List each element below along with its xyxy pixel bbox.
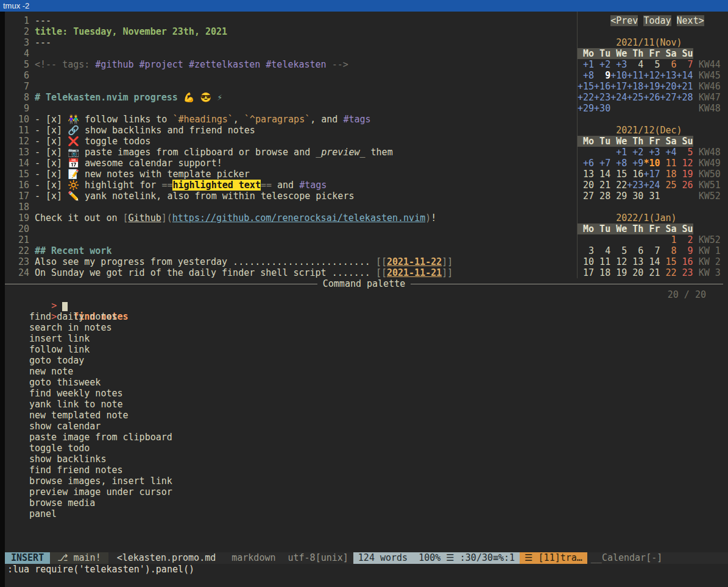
calendar-day[interactable]: 20 xyxy=(627,267,643,278)
calendar-day[interactable]: +8 xyxy=(578,70,594,81)
editor-line[interactable]: 4 xyxy=(7,48,577,59)
calendar-day[interactable]: 6 xyxy=(627,245,643,256)
today-button[interactable]: Today xyxy=(643,15,671,26)
calendar-day[interactable]: +10 xyxy=(610,70,627,81)
calendar-day[interactable]: 5 xyxy=(610,245,627,256)
calendar-day[interactable]: 28 xyxy=(594,191,610,202)
calendar-day[interactable]: 16 xyxy=(627,169,643,180)
editor-line[interactable]: 1--- xyxy=(7,15,577,26)
palette-item[interactable]: browse images, insert link xyxy=(5,476,728,487)
calendar-day[interactable]: 9 xyxy=(677,245,693,256)
calendar-day[interactable]: +2 xyxy=(627,147,643,158)
calendar-day[interactable]: +6 xyxy=(578,158,594,169)
calendar-day[interactable]: +2 xyxy=(594,59,610,70)
calendar-day[interactable]: *10 xyxy=(643,158,660,169)
calendar-day[interactable]: +1 xyxy=(578,59,594,70)
calendar-day[interactable]: +29 xyxy=(578,103,594,114)
palette-item[interactable]: yank link to note xyxy=(5,399,728,410)
editor-line[interactable]: 22## Recent work xyxy=(7,245,577,256)
palette-item[interactable]: toggle todo xyxy=(5,443,728,454)
calendar-day[interactable]: +11 xyxy=(627,70,643,81)
calendar-day[interactable]: +12 xyxy=(643,70,660,81)
palette-item[interactable]: search in notes xyxy=(5,322,728,333)
calendar-day[interactable]: 17 xyxy=(578,267,594,278)
calendar-day[interactable]: 13 xyxy=(627,256,643,267)
calendar-day[interactable]: +17 xyxy=(610,81,627,92)
editor-line[interactable]: 19Check it out on [Github](https://githu… xyxy=(7,213,577,223)
editor-line[interactable]: 23Also see my progress from yesterday ..… xyxy=(7,256,577,267)
palette-item[interactable]: preview image under cursor xyxy=(5,487,728,497)
calendar-day[interactable]: +8 xyxy=(610,158,627,169)
calendar-day[interactable]: 18 xyxy=(660,169,676,180)
palette-item[interactable]: goto today xyxy=(5,355,728,366)
calendar-day[interactable]: +21 xyxy=(677,81,693,92)
palette-selected-item[interactable]: >find notes xyxy=(5,300,728,311)
calendar-day[interactable]: 30 xyxy=(627,191,643,202)
calendar-day[interactable]: 12 xyxy=(610,256,627,267)
editor-line[interactable]: 13- [x] 📷 paste images from clipboard or… xyxy=(7,147,577,158)
palette-item[interactable]: show calendar xyxy=(5,421,728,432)
calendar-day[interactable]: 5 xyxy=(677,147,693,158)
calendar-day[interactable]: 23 xyxy=(677,267,693,278)
palette-item[interactable]: find friend notes xyxy=(5,465,728,476)
calendar-day[interactable]: +23 xyxy=(594,92,610,103)
calendar-day[interactable]: 14 xyxy=(594,169,610,180)
editor-line[interactable]: 17- [x] ✏️ yank notelink, also from with… xyxy=(7,191,577,202)
palette-item[interactable]: new templated note xyxy=(5,410,728,421)
palette-item[interactable]: new note xyxy=(5,366,728,377)
calendar-day[interactable]: 5 xyxy=(643,59,660,70)
calendar-day[interactable]: 4 xyxy=(627,59,643,70)
calendar-day[interactable]: 16 xyxy=(677,256,693,267)
calendar-day[interactable]: 1 xyxy=(660,234,676,245)
editor-line[interactable]: 15- [x] 📝 new notes with template picker xyxy=(7,169,577,180)
calendar-day[interactable]: 19 xyxy=(677,169,693,180)
editor-line[interactable]: 18 xyxy=(7,202,577,213)
calendar-day[interactable]: +9 xyxy=(627,158,643,169)
calendar-day[interactable]: 21 xyxy=(643,267,660,278)
calendar-day[interactable]: 4 xyxy=(594,245,610,256)
calendar-day[interactable]: 19 xyxy=(610,267,627,278)
calendar-day[interactable]: 26 xyxy=(677,180,693,191)
calendar-day[interactable]: +3 xyxy=(643,147,660,158)
command-line[interactable]: :lua require('telekasten').panel() xyxy=(5,564,728,575)
next-button[interactable]: Next> xyxy=(677,15,704,26)
editor-line[interactable]: 24On Sunday we got rid of the daily find… xyxy=(7,267,577,278)
calendar-day[interactable]: 6 xyxy=(660,59,676,70)
editor-line[interactable]: 16- [x] 🔆 highlight for ==highlighted te… xyxy=(7,180,577,191)
editor-line[interactable]: 8# Telekasten.nvim progress 💪 😎 ⚡ xyxy=(7,92,577,103)
calendar-day[interactable]: 21 xyxy=(594,180,610,191)
calendar-day[interactable]: 7 xyxy=(677,59,693,70)
calendar-day[interactable]: +1 xyxy=(610,147,627,158)
editor-line[interactable]: 21 xyxy=(7,234,577,245)
editor-line[interactable]: 5<!-- tags: #github #project #zettelkast… xyxy=(7,59,577,70)
calendar-day[interactable]: 29 xyxy=(610,191,627,202)
prev-button[interactable]: <Prev xyxy=(610,15,638,26)
calendar-day[interactable]: 22 xyxy=(610,180,627,191)
calendar-day[interactable]: +24 xyxy=(643,180,660,191)
editor-line[interactable]: 3--- xyxy=(7,37,577,48)
calendar-day[interactable]: 15 xyxy=(610,169,627,180)
calendar-day[interactable]: 9 xyxy=(594,70,610,81)
editor-line[interactable]: 2title: Tuesday, November 23th, 2021 xyxy=(7,26,577,37)
palette-item[interactable]: insert link xyxy=(5,333,728,344)
calendar-day[interactable]: 15 xyxy=(660,256,676,267)
calendar-day[interactable]: +25 xyxy=(627,92,643,103)
palette-item[interactable]: find weekly notes xyxy=(5,388,728,399)
calendar-day[interactable]: 3 xyxy=(578,245,594,256)
calendar-day[interactable]: +24 xyxy=(610,92,627,103)
palette-item[interactable]: show backlinks xyxy=(5,454,728,465)
editor-line[interactable]: 10- [x] 👫 follow links to `#headings`, `… xyxy=(7,114,577,125)
calendar-day[interactable]: +14 xyxy=(677,70,693,81)
palette-prompt[interactable]: > 20 / 20 xyxy=(5,289,728,300)
palette-item[interactable]: follow link xyxy=(5,344,728,355)
calendar-day[interactable]: +17 xyxy=(643,169,660,180)
calendar-day[interactable]: 13 xyxy=(578,169,594,180)
palette-item[interactable]: paste image from clipboard xyxy=(5,432,728,443)
calendar-day[interactable]: 11 xyxy=(594,256,610,267)
calendar-day[interactable]: 2 xyxy=(677,234,693,245)
editor-line[interactable]: 20 xyxy=(7,223,577,234)
calendar-day[interactable]: 31 xyxy=(643,191,660,202)
calendar-day[interactable]: 7 xyxy=(643,245,660,256)
calendar-day[interactable]: +22 xyxy=(578,92,594,103)
calendar-day[interactable]: +18 xyxy=(627,81,643,92)
